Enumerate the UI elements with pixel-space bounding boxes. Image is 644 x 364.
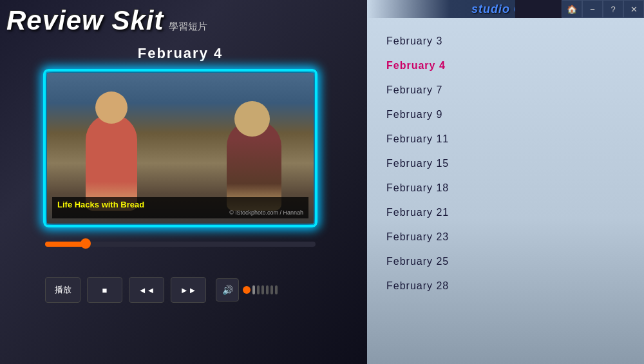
video-player[interactable]: Life Hacks with Bread © iStockphoto.com … <box>45 71 316 225</box>
volume-slider[interactable] <box>243 285 278 294</box>
volume-tick-2 <box>257 285 260 294</box>
title-area: Review Skit 學習短片 <box>6 5 207 36</box>
controls-area: 播放 ■ ◄◄ ►► 🔊 <box>45 277 316 303</box>
volume-icon: 🔊 <box>222 285 233 295</box>
volume-tick-1 <box>252 285 255 294</box>
progress-fill <box>45 242 86 247</box>
play-button[interactable]: 播放 <box>45 277 80 303</box>
left-panel: Review Skit 學習短片 February 4 Life Hacks w… <box>0 0 374 364</box>
episode-item-feb21[interactable]: February 21 <box>367 200 644 225</box>
episode-item-feb9[interactable]: February 9 <box>367 102 644 127</box>
top-bar: 🏠 − ? ✕ <box>515 0 644 18</box>
forward-button[interactable]: ►► <box>171 277 206 303</box>
right-panel: studio Classroom February 3February 4Feb… <box>367 0 644 364</box>
volume-area: 🔊 <box>216 278 278 302</box>
subtitle-bar: Life Hacks with Bread © iStockphoto.com … <box>52 197 308 218</box>
episodes-list: February 3February 4February 7February 9… <box>367 23 644 358</box>
episode-item-feb7[interactable]: February 7 <box>367 78 644 102</box>
current-date-heading: February 4 <box>0 45 361 62</box>
episode-item-feb28[interactable]: February 28 <box>367 274 644 298</box>
volume-tick-3 <box>261 285 264 294</box>
rewind-button[interactable]: ◄◄ <box>129 277 164 303</box>
help-button[interactable]: ? <box>603 0 623 18</box>
minimize-button[interactable]: − <box>582 0 603 18</box>
person-left-figure <box>86 114 137 211</box>
progress-handle[interactable] <box>80 238 91 249</box>
video-screen: Life Hacks with Bread © iStockphoto.com … <box>47 73 314 224</box>
app-title: Review Skit <box>6 5 164 36</box>
subtitle-text: Life Hacks with Bread <box>57 200 303 209</box>
volume-button[interactable]: 🔊 <box>216 278 239 302</box>
app-subtitle: 學習短片 <box>169 21 207 33</box>
close-button[interactable]: ✕ <box>623 0 644 18</box>
episode-item-feb3[interactable]: February 3 <box>367 29 644 53</box>
episode-item-feb4[interactable]: February 4 <box>367 53 644 78</box>
episode-item-feb11[interactable]: February 11 <box>367 127 644 151</box>
volume-handle[interactable] <box>243 286 251 294</box>
episode-item-feb25[interactable]: February 25 <box>367 249 644 274</box>
home-button[interactable]: 🏠 <box>562 0 582 18</box>
stop-button[interactable]: ■ <box>87 277 122 303</box>
progress-bar[interactable] <box>45 242 316 247</box>
episode-item-feb15[interactable]: February 15 <box>367 151 644 176</box>
episode-item-feb18[interactable]: February 18 <box>367 176 644 200</box>
volume-tick-6 <box>275 285 278 294</box>
subtitle-credit: © iStockphoto.com / Hannah <box>57 209 303 216</box>
volume-tick-5 <box>270 285 273 294</box>
episode-item-feb23[interactable]: February 23 <box>367 225 644 249</box>
volume-tick-4 <box>266 285 269 294</box>
